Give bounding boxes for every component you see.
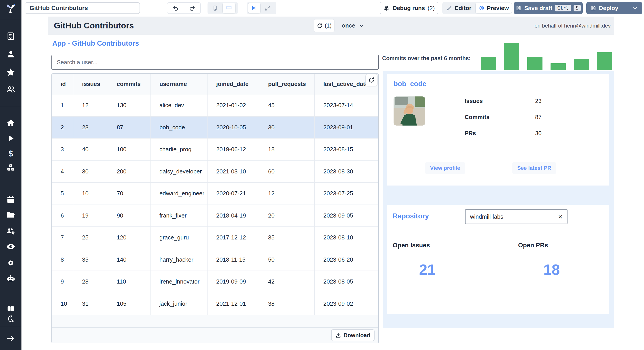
table-refresh-button[interactable] [366,74,378,86]
table-cell: 5 [52,183,73,205]
stat-row: PRs30 [465,125,590,141]
expand-arrow-icon[interactable] [0,334,22,343]
deploy-button[interactable]: Deploy [586,2,642,14]
table-cell: 2023-08-30 [314,161,378,183]
table-cell: frank_fixer [151,205,208,227]
folders-icon[interactable] [0,210,22,220]
download-icon [336,332,341,338]
table-cell: 18 [260,139,314,160]
sidebar-divider [0,19,22,19]
table-row[interactable]: 928110irene_innovator2019-09-09422023-08… [52,271,378,293]
table-cell: bob_code [151,117,208,139]
deploy-dropdown-chevron-icon[interactable] [628,5,642,11]
table-row[interactable]: 1031105jack_junior2021-12-01382023-09-02 [52,293,378,315]
table-cell: 28 [73,271,108,293]
workers-users-gear-icon[interactable] [0,226,22,236]
schedule-select[interactable]: once [342,19,364,32]
device-toggle-group [208,2,238,14]
table-cell: 2 [52,117,73,139]
resources-cubes-icon[interactable] [0,163,22,172]
table-row[interactable]: 51070edward_engineer2020-07-21122023-07-… [52,183,378,205]
table-cell: 2023-07-14 [314,94,378,116]
table-cell: 200 [108,161,151,183]
ai-robot-icon[interactable] [0,274,22,283]
stat-value: 87 [535,114,542,121]
table-row[interactable]: 22387bob_code2020-10-05302023-09-01 [52,117,378,139]
redo-button[interactable] [184,3,200,14]
sidebar: $ [0,0,22,350]
home-icon[interactable] [0,118,22,128]
download-button[interactable]: Download [331,329,374,341]
table-cell: 2019-06-12 [208,139,260,160]
mobile-view-button[interactable] [209,3,222,13]
view-profile-button[interactable]: View profile [425,162,465,174]
app-title-input[interactable] [24,2,140,14]
open-prs-value: 18 [527,261,576,278]
kbd-ctrl: Ctrl [555,5,571,12]
table-cell: charlie_prog [151,139,208,160]
table-row[interactable]: 835140harry_hacker2018-11-15502023-06-20 [52,249,378,271]
users-group-icon[interactable] [0,85,22,94]
table-cell: 2023-09-02 [314,293,378,315]
settings-gear-icon[interactable] [0,258,22,268]
desktop-view-button[interactable] [222,3,236,13]
undo-redo-group [167,2,201,14]
runs-play-icon[interactable] [0,134,22,143]
audit-eye-icon[interactable] [0,242,22,251]
table-row[interactable]: 430200daisy_developer2021-03-10602023-08… [52,161,378,183]
table-row[interactable]: 340100charlie_prog2019-06-12182023-08-15 [52,139,378,161]
chevron-down-icon [358,23,364,29]
table-cell: 6 [52,205,73,227]
schedules-calendar-icon[interactable] [0,195,22,204]
docs-book-icon[interactable] [0,304,22,313]
table-cell: 38 [260,293,314,315]
preview-tab[interactable]: Preview [476,3,512,13]
bug-icon [383,5,390,12]
fullwidth-expand-icon[interactable] [262,3,274,13]
table-header-cell: commits [108,74,151,94]
clear-x-icon[interactable]: × [554,210,567,223]
table-cell: 70 [108,183,151,205]
table-header-cell: joined_date [208,74,260,94]
commits-bar-chart [481,43,612,70]
chart-bar [481,57,496,70]
table-cell: 2023-08-15 [314,139,378,160]
save-draft-button[interactable]: Save draft CtrlS [514,2,583,14]
table-header-cell: id [52,74,73,94]
windmill-logo-icon[interactable] [0,2,22,15]
table-row[interactable]: 112130alice_dev2021-01-02452023-07-14 [52,94,378,117]
table-cell: 2018-11-15 [208,249,260,271]
repository-input[interactable] [466,213,554,220]
user-card-title: bob_code [394,80,426,88]
table-cell: 8 [52,249,73,271]
table-header-cell: pull_requests [260,74,314,94]
search-input[interactable] [52,55,379,70]
table-row[interactable]: 725120grace_guru2017-12-12352023-08-10 [52,227,378,249]
app-refresh-button[interactable]: (1) [314,19,334,32]
table-cell: 12 [73,94,108,116]
table-cell: 10 [73,183,108,205]
see-latest-pr-button[interactable]: See latest PR [512,162,556,174]
undo-button[interactable] [167,3,184,14]
kbd-s: S [574,5,581,12]
pencil-icon [446,5,452,11]
table-empty-strip [52,315,378,328]
table-cell: irene_innovator [151,271,208,293]
chart-bar [527,57,542,70]
dark-mode-moon-icon[interactable] [0,315,22,323]
star-icon[interactable] [0,67,22,77]
debug-runs-button[interactable]: Debug runs(2) [380,2,438,14]
user-icon[interactable] [0,50,22,59]
table-cell: daisy_developer [151,161,208,183]
table-row[interactable]: 61990frank_fixer2018-04-19202023-09-05 [52,205,378,227]
editor-tab[interactable]: Editor [444,3,474,13]
building-icon[interactable] [0,32,22,41]
stat-label: PRs [465,130,535,137]
save-icon [590,5,596,11]
open-issues-label: Open Issues [393,242,430,249]
center-canvas-button[interactable] [248,3,260,13]
dollar-icon[interactable]: $ [0,149,22,158]
table-cell: 30 [260,117,314,139]
stat-row: Issues23 [465,93,590,109]
table-cell: 2023-07-25 [314,183,378,205]
